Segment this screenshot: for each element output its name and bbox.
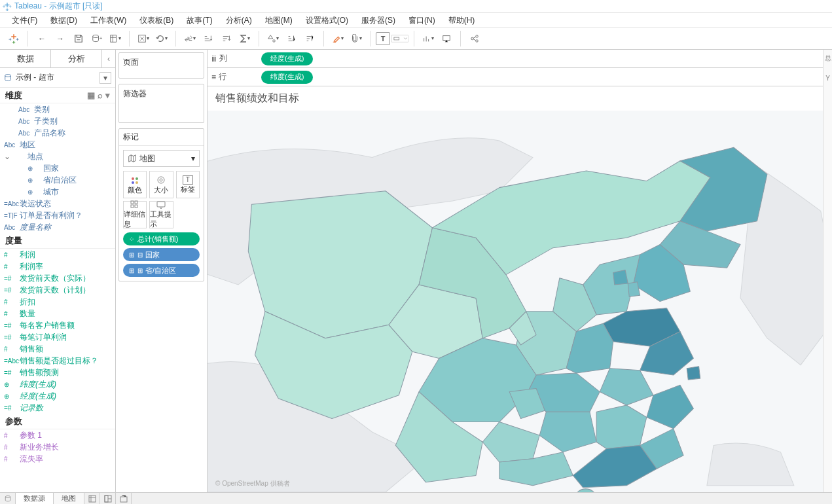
field-item[interactable]: #折扣 <box>0 296 115 308</box>
field-item[interactable]: #销售额 <box>0 343 115 355</box>
menu-map[interactable]: 地图(M) <box>259 13 299 27</box>
menu-icon[interactable]: ▾ <box>105 90 110 100</box>
presentation-icon[interactable] <box>438 30 455 47</box>
new-datasource-icon[interactable]: + <box>88 30 105 47</box>
map-view[interactable]: © OpenStreetMap 供稿者 <box>208 111 831 492</box>
sort-desc-icon[interactable] <box>218 30 235 47</box>
marks-pill-country[interactable]: ⊞⊟国家 <box>123 248 200 261</box>
label-icon[interactable]: T <box>376 32 390 45</box>
field-item[interactable]: =#记录数 <box>0 402 115 414</box>
datasource-tab-icon[interactable] <box>0 493 16 504</box>
sort2-icon[interactable] <box>301 30 318 47</box>
menu-story[interactable]: 故事(T) <box>180 13 219 27</box>
field-item[interactable]: #流失率 <box>0 453 115 465</box>
province-beijing[interactable] <box>613 270 628 285</box>
marks-pill-sales[interactable]: ⁘总计(销售额) <box>123 232 200 245</box>
field-item[interactable]: =#每名客户销售额 <box>0 319 115 331</box>
menu-analysis[interactable]: 分析(A) <box>219 13 259 27</box>
new-sheet-icon[interactable]: ▾ <box>107 30 124 47</box>
province-shanghai[interactable] <box>687 367 700 380</box>
datasource-tab[interactable]: 数据源 <box>16 493 54 504</box>
undo-icon[interactable]: ← <box>33 30 50 47</box>
field-item[interactable]: ⌄地点 <box>0 151 115 162</box>
marks-detail[interactable]: 详细信息 <box>123 201 147 228</box>
rows-shelf[interactable]: ≡行 纬度(生成) <box>208 68 832 86</box>
field-item[interactable]: ⊕城市 <box>0 186 115 198</box>
field-item[interactable]: =#发货前天数（实际） <box>0 272 115 284</box>
menu-help[interactable]: 帮助(H) <box>442 13 482 27</box>
view-icon[interactable]: ▦ <box>87 90 95 100</box>
fit-dropdown-icon[interactable] <box>391 30 408 47</box>
filters-shelf[interactable]: 筛选器 <box>118 84 204 123</box>
field-item[interactable]: =#每笔订单利润 <box>0 331 115 343</box>
menu-server[interactable]: 服务器(S) <box>355 13 402 27</box>
refresh-icon[interactable]: ▾ <box>153 30 170 47</box>
sheet-tab[interactable]: 地图 <box>54 493 84 504</box>
marks-size[interactable]: 大小 <box>149 171 173 198</box>
clear-icon[interactable]: ▾ <box>135 30 152 47</box>
tableau-icon[interactable] <box>5 30 22 47</box>
marks-tooltip[interactable]: 工具提示 <box>149 201 173 228</box>
field-item[interactable]: =Abc装运状态 <box>0 198 115 209</box>
viz-title[interactable]: 销售额绩效和目标 <box>208 86 831 111</box>
totals-icon[interactable]: ▾ <box>236 30 253 47</box>
field-item[interactable]: #利润 <box>0 249 115 261</box>
swap-icon[interactable]: ▾ <box>181 30 198 47</box>
field-item[interactable]: ⊕国家 <box>0 162 115 174</box>
field-item[interactable]: #参数 1 <box>0 429 115 441</box>
marks-pill-province[interactable]: ⊞⊞省/自治区 <box>123 264 200 277</box>
expand-icon[interactable]: ⊞ <box>137 267 143 274</box>
save-icon[interactable] <box>70 30 87 47</box>
attach-icon[interactable]: ▾ <box>348 30 365 47</box>
panel-collapse-icon[interactable]: ‹ <box>102 50 115 67</box>
field-item[interactable]: Abc产品名称 <box>0 127 115 139</box>
pages-shelf[interactable]: 页面 <box>118 52 204 79</box>
menu-worksheet[interactable]: 工作表(W) <box>84 13 133 27</box>
tab-data[interactable]: 数据 <box>0 50 51 67</box>
redo-icon[interactable]: → <box>52 30 69 47</box>
field-item[interactable]: #利润率 <box>0 261 115 272</box>
menu-dashboard[interactable]: 仪表板(B) <box>133 13 180 27</box>
field-item[interactable]: ⊕省/自治区 <box>0 174 115 186</box>
group-icon[interactable]: ▾ <box>264 30 281 47</box>
field-item[interactable]: =T|F订单是否有利润？ <box>0 209 115 221</box>
legend-sidebar[interactable]: 总 Y <box>823 50 832 492</box>
collapse-icon[interactable]: ⊟ <box>137 251 143 259</box>
field-item[interactable]: Abc类别 <box>0 103 115 115</box>
columns-pill[interactable]: 经度(生成) <box>261 52 313 65</box>
field-item[interactable]: ⊕纬度(生成) <box>0 378 115 390</box>
new-story-icon[interactable] <box>116 493 132 504</box>
new-worksheet-icon[interactable] <box>84 493 100 504</box>
highlight-icon[interactable]: ▾ <box>329 30 346 47</box>
marks-color[interactable]: 颜色 <box>123 171 147 198</box>
field-item[interactable]: Abc子类别 <box>0 115 115 127</box>
menu-data[interactable]: 数据(D) <box>44 13 84 27</box>
share-icon[interactable] <box>466 30 483 47</box>
datasource-selector[interactable]: 示例 - 超市 ▾ <box>0 68 115 88</box>
field-item[interactable]: Abc地区 <box>0 139 115 151</box>
sort-asc-icon[interactable] <box>200 30 217 47</box>
columns-shelf[interactable]: ⅲ列 经度(生成) <box>208 50 832 68</box>
field-item[interactable]: Abc度量名称 <box>0 221 115 233</box>
field-item[interactable]: #数量 <box>0 308 115 319</box>
menu-file[interactable]: 文件(F) <box>5 13 44 27</box>
field-item[interactable]: ⊕经度(生成) <box>0 390 115 402</box>
menu-format[interactable]: 设置格式(O) <box>299 13 355 27</box>
new-dashboard-icon[interactable] <box>100 493 116 504</box>
rows-icon: ≡ <box>211 73 216 82</box>
marks-type-selector[interactable]: 地图 ▾ <box>123 150 200 167</box>
svg-rect-19 <box>135 205 137 207</box>
rows-pill[interactable]: 纬度(生成) <box>261 71 313 84</box>
field-item[interactable]: =#销售额预测 <box>0 367 115 378</box>
tab-analytics[interactable]: 分析 <box>51 50 102 67</box>
sort-icon[interactable] <box>283 30 300 47</box>
field-item[interactable]: #新业务增长 <box>0 441 115 453</box>
menu-window[interactable]: 窗口(N) <box>402 13 442 27</box>
field-item[interactable]: =Abc销售额是否超过目标？ <box>0 355 115 367</box>
marks-label[interactable]: T标签 <box>176 171 200 198</box>
datasource-dropdown-icon[interactable]: ▾ <box>99 72 111 84</box>
search-icon[interactable]: ⌕ <box>98 90 103 100</box>
field-item[interactable]: =#发货前天数（计划） <box>0 284 115 296</box>
showme-icon[interactable]: ▾ <box>420 30 437 47</box>
measures-label: 度量 <box>5 235 22 247</box>
